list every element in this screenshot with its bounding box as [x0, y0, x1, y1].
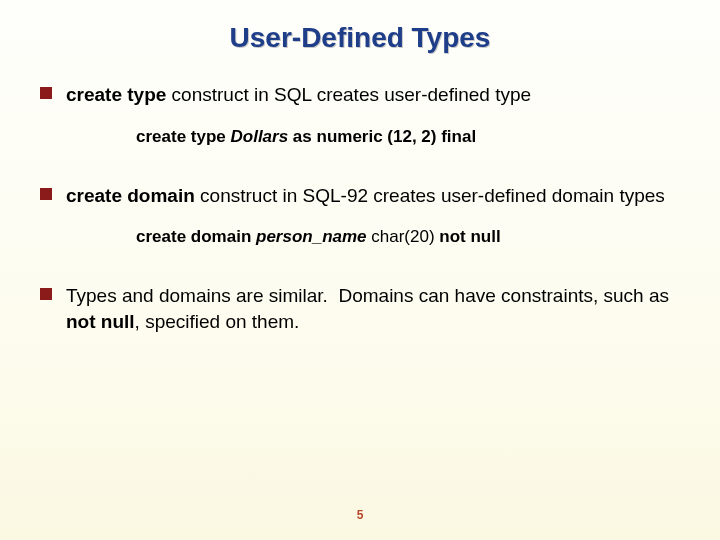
bullet-text: Types and domains are similar. Domains c…: [66, 283, 680, 334]
page-number: 5: [0, 508, 720, 522]
bullet-text: create type construct in SQL creates use…: [66, 82, 680, 108]
code-example: create type Dollars as numeric (12, 2) f…: [136, 126, 680, 149]
bullet-item: create type construct in SQL creates use…: [40, 82, 680, 108]
bullet-text: create domain construct in SQL-92 create…: [66, 183, 680, 209]
code-example: create domain person_name char(20) not n…: [136, 226, 680, 249]
bullet-item: Types and domains are similar. Domains c…: [40, 283, 680, 334]
bullet-item: create domain construct in SQL-92 create…: [40, 183, 680, 209]
bullet-square-icon: [40, 87, 52, 99]
bullet-square-icon: [40, 188, 52, 200]
bullet-square-icon: [40, 288, 52, 300]
slide-title: User-Defined Types: [0, 0, 720, 54]
slide-body: create type construct in SQL creates use…: [0, 54, 720, 334]
